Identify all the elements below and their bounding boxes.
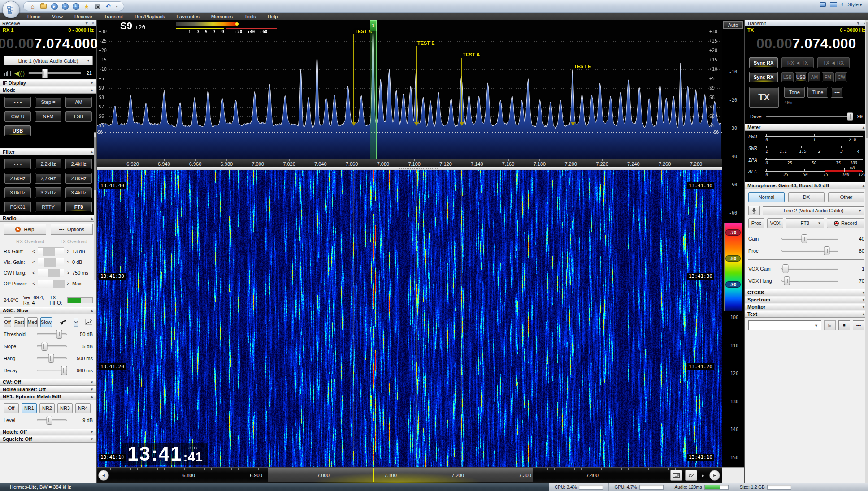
mic-select-button[interactable] <box>748 206 760 215</box>
radio-slider-thumb[interactable] <box>53 280 65 288</box>
menu-item-view[interactable]: View <box>46 13 69 20</box>
slider-decrement-icon[interactable]: < <box>31 281 36 286</box>
tx-frequency-display[interactable]: 00.007.074.000 <box>745 33 868 55</box>
toolbar-overflow-icon[interactable]: ▼ <box>115 5 118 8</box>
favourite-star-icon[interactable]: ★ <box>83 3 90 10</box>
panel-dropdown-icon[interactable]: ▼ <box>85 21 89 26</box>
filter-button-2-8khz[interactable]: 2.8kHz <box>65 173 92 184</box>
sort-arrows-icon[interactable]: ▲▼ <box>841 2 844 7</box>
section-if-display[interactable]: IF Display▼ <box>0 79 96 86</box>
mic-slider-handle[interactable] <box>824 246 830 255</box>
slider-increment-icon[interactable]: > <box>66 260 70 265</box>
agc-button-fast[interactable]: Fast <box>14 317 24 327</box>
auto-scale-button[interactable]: Auto <box>723 21 743 29</box>
tx-mode-button-am[interactable]: AM <box>808 72 820 82</box>
tx-digital-mode-dropdown[interactable]: FT8▼ <box>786 218 824 228</box>
slider-increment-icon[interactable]: > <box>66 281 70 286</box>
rx-audio-device-dropdown[interactable]: Line 1 (Virtual Audio Cable)▼ <box>4 56 93 65</box>
section-monitor[interactable]: Monitor▼ <box>745 303 868 310</box>
mic-slider-track[interactable] <box>781 268 838 270</box>
section-microphone[interactable]: Microphone: Gain 40, Boost 5.0 dB▲ <box>745 182 868 189</box>
tune-button[interactable]: Tune <box>807 87 828 98</box>
splitter-handle[interactable] <box>399 168 438 169</box>
stop-icon[interactable]: ■ <box>61 3 69 10</box>
options-button[interactable]: •••Options <box>51 224 93 235</box>
proc-button[interactable]: Proc <box>748 218 764 228</box>
agc-button-med[interactable]: Med <box>27 317 38 327</box>
panel-close-icon[interactable]: × <box>92 21 94 26</box>
section-notch[interactable]: Notch: Off▼ <box>0 428 96 435</box>
filter-button-2-2khz[interactable]: 2.2kHz <box>35 159 61 169</box>
mic-slider-track[interactable] <box>781 250 838 252</box>
mic-slider-track[interactable] <box>781 238 838 240</box>
menu-item-help[interactable]: Help <box>262 13 284 20</box>
filter-button-item[interactable]: • • • <box>4 159 31 169</box>
snapshot-camera-icon[interactable] <box>94 3 101 10</box>
add-icon[interactable]: + <box>72 3 79 10</box>
sync-rx-frequency-button[interactable]: Sync RX <box>749 57 778 68</box>
slider-increment-icon[interactable]: > <box>66 271 70 276</box>
agc-button-off[interactable]: Off <box>4 317 11 327</box>
nr-button-nr3[interactable]: NR3 <box>57 403 73 413</box>
filter-button-3-0khz[interactable]: 3.0kHz <box>4 187 31 198</box>
spectrum-canvas[interactable] <box>97 20 722 159</box>
agc-slider-track[interactable] <box>37 370 67 371</box>
radio-slider-track[interactable] <box>38 269 64 277</box>
mode-button-am[interactable]: AM <box>65 97 92 108</box>
tx-mode-button-lsb[interactable]: LSB <box>781 72 794 82</box>
section-agc[interactable]: AGC: Slow▲ <box>0 307 96 314</box>
section-cw[interactable]: CW: Off▼ <box>0 379 96 386</box>
mic-profile-dx[interactable]: DX <box>788 192 825 202</box>
equalizer-icon[interactable] <box>4 70 11 76</box>
section-text[interactable]: Text▲ <box>745 310 868 318</box>
radio-slider-thumb[interactable] <box>43 248 55 256</box>
play-icon[interactable]: ▶ <box>51 3 58 10</box>
slider-decrement-icon[interactable]: < <box>31 260 36 265</box>
waterfall-canvas[interactable] <box>97 170 722 467</box>
filter-button-3-4khz[interactable]: 3.4kHz <box>65 187 92 198</box>
nr-button-nr1[interactable]: NR1 <box>22 403 37 413</box>
overview-step-right-button[interactable]: ▸ <box>700 470 707 481</box>
menu-item-receive[interactable]: Receive <box>69 13 98 20</box>
menu-item-tools[interactable]: Tools <box>239 13 262 20</box>
band-overview-bar[interactable]: ◄ x2 ▸ ► 6.8006.9007.0007.1007.2007.3007… <box>97 467 722 483</box>
undo-arrow-icon[interactable] <box>59 319 67 326</box>
nr-button-off[interactable]: Off <box>4 403 19 413</box>
panel-dropdown-icon[interactable]: ▼ <box>856 21 860 26</box>
overview-pan-left-button[interactable]: ◄ <box>98 470 109 481</box>
style-menu[interactable]: Style ▾ <box>847 2 862 7</box>
mode-button-lsb[interactable]: LSB <box>65 111 92 122</box>
gain-curve-icon[interactable] <box>85 319 93 326</box>
filter-button-2-7khz[interactable]: 2,7kHz <box>35 173 61 184</box>
radio-slider-thumb[interactable] <box>44 258 56 267</box>
mode-button-item[interactable]: • • • <box>4 97 31 108</box>
nr-level-slider[interactable] <box>37 419 67 421</box>
vox-button[interactable]: VOX <box>767 218 783 228</box>
text-play-button[interactable]: ▶ <box>824 320 836 330</box>
mode-button-step[interactable]: Step ≡ <box>35 97 61 108</box>
agc-button-slow[interactable]: Slow <box>40 317 52 327</box>
filter-button-rtty[interactable]: RTTY <box>35 202 61 212</box>
menu-item-memories[interactable]: Memories <box>205 13 239 20</box>
waterfall-display[interactable]: 13:41:4013:41:4013:41:3013:41:3013:41:20… <box>97 170 722 467</box>
filter-button-ft8[interactable]: FT8 <box>65 202 92 212</box>
record-button[interactable]: Record <box>827 218 865 228</box>
menu-item-rec-playback[interactable]: Rec/Playback <box>129 13 170 20</box>
radio-slider-track[interactable] <box>38 280 64 288</box>
section-mode[interactable]: Mode▲ <box>0 86 96 94</box>
rx-filter-passband[interactable]: 1 <box>370 20 377 159</box>
nr-button-nr2[interactable]: NR2 <box>39 403 55 413</box>
help-button[interactable]: Help <box>4 224 46 235</box>
undo-icon[interactable]: ↶ <box>104 3 112 10</box>
tone-button[interactable]: Tone <box>784 87 805 98</box>
sync-rx-mode-button[interactable]: Sync RX <box>749 72 778 82</box>
section-noise-blanker[interactable]: Noise Blanker: Off▼ <box>0 386 96 393</box>
tx-mode-button-usb[interactable]: USB <box>795 72 807 82</box>
section-spectrum[interactable]: Spectrum▼ <box>745 296 868 303</box>
envelope-icon[interactable]: ✉ <box>74 318 78 327</box>
mic-profile-normal[interactable]: Normal <box>748 192 785 202</box>
mic-slider-handle[interactable] <box>802 234 807 243</box>
agc-slider-track[interactable] <box>37 357 67 359</box>
application-menu-button[interactable] <box>2 1 20 18</box>
spectrum-frequency-axis[interactable]: 6.9206.9406.9606.9807.0007.0207.0407.060… <box>97 159 722 167</box>
